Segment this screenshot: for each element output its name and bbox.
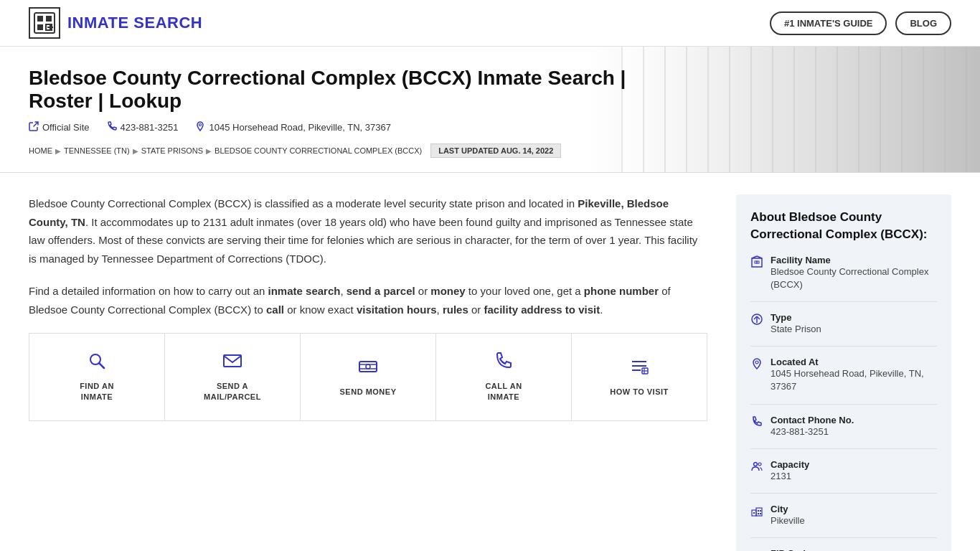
official-site-label: Official Site [42,122,90,133]
sidebar-phone: Contact Phone No. 423-881-3251 [750,415,937,449]
svg-point-32 [758,463,761,466]
phone-meta: 423-881-3251 [107,121,179,133]
phone-icon [107,121,117,133]
breadcrumb-sep-1: ▶ [55,147,61,155]
svg-rect-38 [758,513,759,514]
sidebar: About Bledsoe County Correctional Comple… [736,194,951,551]
sidebar-card: About Bledsoe County Correctional Comple… [736,194,951,551]
inmates-guide-button[interactable]: #1 INMATE'S GUIDE [770,11,887,35]
breadcrumb-row: HOME ▶ TENNESSEE (TN) ▶ STATE PRISONS ▶ … [29,143,951,158]
svg-rect-36 [758,510,759,512]
type-value: State Prison [771,323,821,336]
svg-rect-39 [760,513,761,514]
content-left: Bledsoe County Correctional Complex (BCC… [29,194,736,551]
svg-rect-37 [760,510,761,512]
list-icon [629,357,649,381]
last-updated-badge: LAST UPDATED AUG. 14, 2022 [430,143,561,158]
find-inmate-label: FIND ANINMATE [80,381,114,403]
hero-content: Bledsoe County Correctional Complex (BCC… [29,67,951,158]
page-title: Bledsoe County Correctional Complex (BCC… [29,67,674,113]
sidebar-type: Type State Prison [750,312,937,347]
phone-call-icon [494,351,514,375]
phone-number-bold: phone number [584,285,659,297]
link-icon [29,121,39,133]
hero-section: Bledsoe County Correctional Complex (BCC… [0,47,980,173]
sidebar-capacity: Capacity 2131 [750,459,937,494]
visitation-bold: visitation hours [357,303,437,316]
call-bold: call [266,303,284,316]
city-label: City [771,504,805,514]
capacity-label: Capacity [771,459,809,470]
call-inmate-label: CALL ANINMATE [485,381,522,403]
breadcrumb-current: BLEDSOE COUNTY CORRECTIONAL COMPLEX (BCC… [215,146,422,155]
svg-rect-2 [46,16,52,22]
svg-point-12 [366,364,370,369]
find-inmate-card[interactable]: FIND ANINMATE [29,334,165,420]
capacity-icon [750,460,763,476]
paragraph-2: Find a detailed information on how to ca… [29,282,707,319]
breadcrumb-home[interactable]: HOME [29,146,52,155]
breadcrumb-tn[interactable]: TENNESSEE (TN) [64,146,130,155]
svg-rect-34 [756,508,762,516]
phone-value: 423-881-3251 [771,425,854,438]
address-meta: 1045 Horsehead Road, Pikeville, TN, 3736… [195,121,390,133]
sidebar-location: Located At 1045 Horsehead Road, Pikevill… [750,357,937,404]
site-title: INMATE SEARCH [67,14,202,32]
phone-label: Contact Phone No. [771,415,854,425]
action-cards: FIND ANINMATE SEND AMAIL/PARCEL SEND MON… [29,333,707,421]
send-money-card[interactable]: SEND MONEY [301,334,436,420]
svg-line-9 [99,363,104,368]
sidebar-facility-name: Facility Name Bledsoe County Correctiona… [750,255,937,302]
send-mail-card[interactable]: SEND AMAIL/PARCEL [165,334,301,420]
city-icon [750,504,763,521]
search-icon [87,351,107,375]
how-to-visit-card[interactable]: HOW TO VISIT [572,334,707,420]
money-bold: money [430,285,465,297]
svg-point-30 [755,361,758,364]
breadcrumb-sep-3: ▶ [206,147,212,155]
call-inmate-card[interactable]: CALL ANINMATE [436,334,572,420]
city-value: Pikeville [771,514,805,527]
svg-rect-11 [359,362,377,372]
send-parcel-bold: send a parcel [347,285,415,297]
mail-icon [222,351,242,375]
breadcrumb-sep-2: ▶ [133,147,138,155]
svg-point-31 [754,462,758,466]
phone-s-icon [750,415,763,432]
type-icon [750,313,763,329]
official-site-link[interactable]: Official Site [29,121,90,133]
address-text: 1045 Horsehead Road, Pikeville, TN, 3736… [209,122,390,133]
main-content: Bledsoe County Correctional Complex (BCC… [0,173,980,551]
blog-button[interactable]: BLOG [895,11,951,35]
svg-rect-3 [37,24,43,30]
phone-number: 423-881-3251 [121,122,179,133]
svg-rect-10 [224,355,241,367]
money-icon [358,357,378,381]
site-header: INMATE SEARCH #1 INMATE'S GUIDE BLOG [0,0,980,47]
location-icon [195,121,205,133]
send-mail-label: SEND AMAIL/PARCEL [204,381,261,403]
location-value: 1045 Horsehead Road, Pikeville, TN, 3736… [771,367,937,393]
logo-icon [29,7,60,39]
facility-name-label: Facility Name [771,255,937,265]
svg-rect-1 [37,16,43,22]
how-to-visit-label: HOW TO VISIT [610,387,669,397]
sidebar-city: City Pikeville [750,504,937,538]
location-pin-icon [750,357,763,374]
rules-bold: rules [443,303,468,316]
sidebar-zip: ZIP Code 37367 [750,548,937,551]
location-label: Located At [771,357,937,367]
breadcrumb-state-prisons[interactable]: STATE PRISONS [141,146,203,155]
building-icon [750,255,763,272]
capacity-value: 2131 [771,470,809,483]
breadcrumb: HOME ▶ TENNESSEE (TN) ▶ STATE PRISONS ▶ … [29,146,422,155]
send-money-label: SEND MONEY [340,387,397,397]
address-visit-bold: facility address to visit [484,303,600,316]
svg-point-7 [199,124,202,126]
header-nav: #1 INMATE'S GUIDE BLOG [770,11,951,35]
svg-rect-23 [757,261,759,263]
hero-meta: Official Site 423-881-3251 1045 Horsehea… [29,121,951,133]
paragraph-1: Bledsoe County Correctional Complex (BCC… [29,194,707,268]
sidebar-title: About Bledsoe County Correctional Comple… [750,209,937,243]
inmate-search-bold: inmate search [268,285,341,297]
